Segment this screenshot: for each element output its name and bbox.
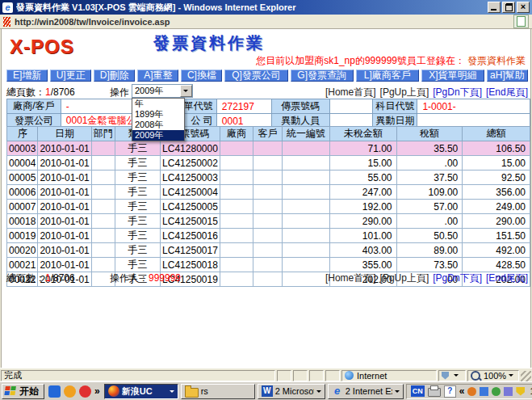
cell[interactable] (253, 171, 283, 185)
cell[interactable]: 403.00 (330, 243, 396, 258)
cell[interactable] (91, 171, 115, 185)
cell[interactable] (91, 156, 115, 171)
tray-icon-4[interactable] (504, 387, 513, 396)
nav-pgup[interactable]: [PgUp上頁] (380, 86, 429, 98)
cell[interactable] (91, 258, 115, 272)
help-icon[interactable]: ? (444, 385, 456, 398)
cell[interactable]: 00006 (7, 185, 38, 200)
cell[interactable] (220, 185, 253, 200)
cell[interactable]: 手三 (115, 185, 160, 200)
cell[interactable] (91, 200, 115, 214)
cell[interactable]: 手三 (115, 258, 160, 272)
zoom-control[interactable]: 100% (467, 370, 519, 381)
toolbar-button-help[interactable]: aH]幫助 (487, 69, 528, 82)
toolbar-button-delivery-detail[interactable]: X]貨單明細 (421, 69, 484, 82)
cell[interactable]: 15.00 (463, 156, 530, 171)
cell[interactable]: LC41250002 (161, 156, 220, 171)
year-option-0[interactable]: 年 (132, 99, 184, 109)
cell[interactable]: 57.00 (396, 200, 463, 214)
cell[interactable] (282, 171, 330, 185)
cell[interactable] (91, 185, 115, 200)
cell[interactable]: 00005 (7, 171, 38, 185)
cell[interactable]: 手三 (115, 156, 160, 171)
toolbar-button-switch-file[interactable]: C]換檔 (181, 69, 222, 82)
cell[interactable]: LC41250016 (161, 229, 220, 243)
cell[interactable]: 151.50 (463, 229, 530, 243)
cell[interactable]: 192.00 (330, 200, 396, 214)
cell[interactable] (282, 258, 330, 272)
toolbar-button-update[interactable]: U]更正 (50, 69, 91, 82)
table-row-00018[interactable]: 000182010-01-01手三LC41250015290.00.00290.… (7, 214, 530, 229)
nav-pgdn[interactable]: [PgDn下頁] (433, 272, 482, 284)
cell[interactable] (91, 214, 115, 229)
tray-icon-3[interactable] (492, 387, 501, 396)
taskbar-clock[interactable]: 10:17 (528, 386, 532, 396)
nav-end[interactable]: [End尾頁] (486, 272, 528, 284)
cell[interactable]: 2010-01-01 (38, 258, 91, 272)
shield-tray-icon[interactable] (516, 387, 525, 396)
cell[interactable]: 2010-01-01 (38, 185, 91, 200)
cell[interactable]: 2010-01-01 (38, 141, 91, 156)
cell[interactable]: 2010-01-01 (38, 156, 91, 171)
table-row-00021[interactable]: 000212010-01-01手三LC41250018355.0073.5042… (7, 258, 530, 272)
cell[interactable]: 手三 (115, 229, 160, 243)
cell[interactable] (282, 243, 330, 258)
cell[interactable] (253, 141, 283, 156)
nav-home[interactable]: [Home首頁] (325, 86, 376, 98)
quick-launch-icon-2[interactable] (64, 385, 76, 398)
cell[interactable]: 101.00 (330, 229, 396, 243)
printer-icon[interactable] (428, 388, 441, 397)
cell[interactable]: LC41250017 (161, 243, 220, 258)
cell[interactable]: 73.50 (396, 258, 463, 272)
cell[interactable]: 手三 (115, 243, 160, 258)
nav-pgdn[interactable]: [PgDn下頁] (433, 86, 482, 98)
cell[interactable] (253, 243, 283, 258)
cell[interactable] (91, 229, 115, 243)
cell[interactable]: 290.00 (330, 214, 396, 229)
cell[interactable] (282, 200, 330, 214)
year-select[interactable]: 2009年 (132, 84, 193, 98)
toolbar-button-refresh[interactable]: A]重整 (137, 69, 178, 82)
cell[interactable] (282, 214, 330, 229)
cell[interactable]: 2010-01-01 (38, 243, 91, 258)
cell[interactable]: LC41280000 (161, 141, 220, 156)
task-word-group[interactable]: W2 Microsoft Off... (258, 384, 325, 399)
quick-launch-icon-1[interactable] (48, 385, 61, 398)
close-button[interactable]: × (517, 2, 530, 13)
cell[interactable]: 00020 (7, 243, 38, 258)
tray-icon-2[interactable] (480, 387, 488, 396)
cell[interactable] (282, 141, 330, 156)
cell[interactable]: 手三 (115, 141, 160, 156)
cell[interactable] (253, 258, 283, 272)
cell[interactable]: 290.00 (463, 214, 530, 229)
cell[interactable]: 106.50 (463, 141, 530, 156)
cell[interactable] (220, 156, 253, 171)
year-option-2[interactable]: 2008年 (132, 120, 184, 130)
cell[interactable]: 492.00 (463, 243, 530, 258)
cell[interactable]: LC41250015 (161, 214, 220, 229)
nav-end[interactable]: [End尾頁] (486, 86, 528, 98)
cell[interactable]: 00004 (7, 156, 38, 171)
page-action-button[interactable] (513, 15, 529, 28)
year-option-1[interactable]: 1899年 (132, 109, 184, 120)
tray-icon-1[interactable] (467, 387, 476, 396)
cell[interactable] (220, 229, 253, 243)
cell[interactable]: 247.00 (330, 185, 396, 200)
cell[interactable]: 2010-01-01 (38, 214, 91, 229)
quick-launch-overflow[interactable]: » (94, 385, 100, 397)
cell[interactable]: 89.00 (396, 243, 463, 258)
cell[interactable]: .00 (396, 214, 463, 229)
cell[interactable]: 手三 (115, 214, 160, 229)
cell[interactable]: 37.50 (396, 171, 463, 185)
nav-pgup[interactable]: [PgUp上頁] (380, 272, 429, 284)
cell[interactable] (220, 214, 253, 229)
cell[interactable] (220, 200, 253, 214)
cell[interactable]: 手三 (115, 171, 160, 185)
cell[interactable]: 55.00 (330, 171, 396, 185)
cell[interactable]: 109.00 (396, 185, 463, 200)
cell[interactable]: 71.00 (330, 141, 396, 156)
cell[interactable]: 00019 (7, 229, 38, 243)
cell[interactable]: .00 (396, 156, 463, 171)
cell[interactable]: LC41250018 (161, 258, 220, 272)
table-row-00003[interactable]: 000032010-01-01手三LC4128000071.0035.50106… (7, 141, 530, 156)
